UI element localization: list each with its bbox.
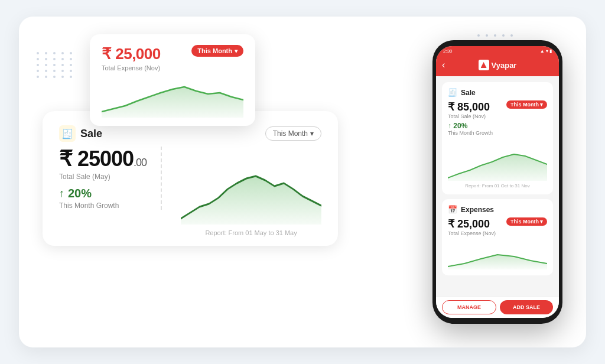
phone-expense-icon: 📅 xyxy=(448,205,457,214)
phone-status-bar: 2:30 ▲ ▾ ▮ xyxy=(436,46,559,56)
growth-arrow-icon: ↑ xyxy=(59,187,64,200)
vyapar-logo: Vyapar xyxy=(479,60,517,70)
sale-this-month-badge[interactable]: This Month ▾ xyxy=(265,126,321,141)
phone-expense-chart xyxy=(448,240,547,269)
expense-amount: ₹ 25,000 xyxy=(102,45,161,63)
phone-sale-title: 🧾 Sale xyxy=(448,88,547,97)
phone-expense-this-month[interactable]: This Month ▾ xyxy=(506,217,547,226)
phone-sale-icon: 🧾 xyxy=(448,88,457,97)
expense-card: ₹ 25,000 Total Expense (Nov) This Month … xyxy=(90,34,255,126)
expense-chart xyxy=(102,76,243,118)
main-container: ₹ 25,000 Total Expense (Nov) This Month … xyxy=(19,17,586,347)
sale-card: 🧾 Sale This Month ▾ ₹ 25000.00 Total Sal… xyxy=(43,111,338,246)
sale-total-label: Total Sale (May) xyxy=(59,173,147,181)
phone-sale-section: 🧾 Sale ₹ 85,000 Total Sale (Nov) This Mo… xyxy=(442,82,553,194)
phone-expense-title: 📅 Expenses xyxy=(448,205,547,214)
vyapar-icon xyxy=(479,60,489,70)
phone-header: ‹ Vyapar xyxy=(436,56,559,76)
expense-subtitle: Total Expense (Nov) xyxy=(102,64,161,72)
phone-content: 🧾 Sale ₹ 85,000 Total Sale (Nov) This Mo… xyxy=(436,76,559,296)
phone-screen: 2:30 ▲ ▾ ▮ ‹ Vyapar 🧾 xyxy=(436,46,559,318)
phone-bottom-bar: MANAGE ADD SALE xyxy=(436,296,559,318)
phone-expense-amount: ₹ 25,000 xyxy=(448,217,496,230)
manage-button[interactable]: MANAGE xyxy=(442,300,496,314)
phone-mockup: 2:30 ▲ ▾ ▮ ‹ Vyapar 🧾 xyxy=(432,40,562,324)
phone-sale-chart xyxy=(448,139,547,181)
phone-sale-this-month[interactable]: This Month ▾ xyxy=(506,100,547,109)
growth-percentage: 20% xyxy=(68,187,92,200)
sale-chevron-icon: ▾ xyxy=(310,129,314,138)
phone-expense-row-top: ₹ 25,000 Total Expense (Nov) This Month … xyxy=(448,217,547,236)
sale-title: 🧾 Sale xyxy=(59,125,102,142)
phone-sale-total-label: Total Sale (Nov) xyxy=(448,113,490,119)
phone-sale-growth: ↑ 20% xyxy=(448,122,547,130)
phone-sale-growth-label: This Month Growth xyxy=(448,130,547,136)
phone-expense-chevron-icon: ▾ xyxy=(540,219,543,225)
phone-expense-section: 📅 Expenses ₹ 25,000 Total Expense (Nov) … xyxy=(442,199,553,275)
add-sale-button[interactable]: ADD SALE xyxy=(500,300,553,314)
sale-report-label: Report: From 01 May to 31 May xyxy=(181,229,321,236)
back-button[interactable]: ‹ xyxy=(442,60,445,70)
expense-chevron-icon: ▾ xyxy=(235,48,238,54)
sale-icon: 🧾 xyxy=(59,125,76,142)
growth-row: ↑ 20% xyxy=(59,187,147,200)
left-section: ₹ 25,000 Total Expense (Nov) This Month … xyxy=(43,34,373,330)
phone-expense-total-label: Total Expense (Nov) xyxy=(448,230,496,236)
expense-this-month-badge[interactable]: This Month ▾ xyxy=(191,45,243,57)
phone-sale-report: Report: From 01 Oct to 31 Nov xyxy=(448,183,547,188)
phone-sale-amount: ₹ 85,000 xyxy=(448,100,490,113)
phone-sale-chevron-icon: ▾ xyxy=(540,102,543,108)
sale-main-amount: ₹ 25000.00 xyxy=(59,147,147,171)
sale-chart xyxy=(181,154,321,225)
growth-label: This Month Growth xyxy=(59,202,147,210)
phone-sale-row-top: ₹ 85,000 Total Sale (Nov) This Month ▾ xyxy=(448,100,547,119)
